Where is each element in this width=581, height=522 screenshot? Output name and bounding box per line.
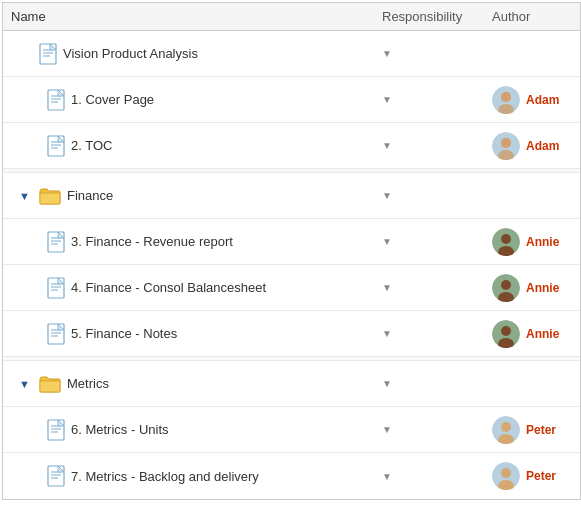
responsibility-chevron-finance-consol[interactable]: ▼ <box>382 283 392 293</box>
row-label-toc: 2. TOC <box>71 138 382 153</box>
svg-rect-39 <box>48 324 64 344</box>
row-name-vision-product-analysis: Vision Product Analysis <box>11 43 382 65</box>
svg-point-61 <box>501 468 511 478</box>
avatar-finance-notes <box>492 320 520 348</box>
row-name-metrics-backlog: 7. Metrics - Backlog and delivery <box>11 465 382 487</box>
doc-icon-metrics-units <box>47 419 65 441</box>
row-label-finance: Finance <box>67 188 382 203</box>
row-metrics: ▼ Metrics▼ <box>3 361 580 407</box>
header-responsibility: Responsibility <box>382 9 492 24</box>
author-name-finance-consol: Annie <box>526 281 559 295</box>
svg-point-53 <box>501 422 511 432</box>
row-finance-consol: 4. Finance - Consol Balancesheet▼ Annie <box>3 265 580 311</box>
responsibility-metrics-units: ▼ <box>382 425 492 435</box>
responsibility-chevron-metrics-backlog[interactable]: ▼ <box>382 471 392 481</box>
author-cell-cover-page: Adam <box>492 86 572 114</box>
row-label-cover-page: 1. Cover Page <box>71 92 382 107</box>
row-name-finance-notes: 5. Finance - Notes <box>11 323 382 345</box>
author-name-finance-revenue: Annie <box>526 235 559 249</box>
doc-icon-toc <box>47 135 65 157</box>
row-name-finance: ▼ Finance <box>11 187 382 205</box>
row-cover-page: 1. Cover Page▼ Adam <box>3 77 580 123</box>
responsibility-chevron-metrics[interactable]: ▼ <box>382 379 392 389</box>
row-label-metrics-backlog: 7. Metrics - Backlog and delivery <box>71 469 382 484</box>
author-name-metrics-units: Peter <box>526 423 556 437</box>
author-name-cover-page: Adam <box>526 93 559 107</box>
svg-point-37 <box>501 280 511 290</box>
responsibility-toc: ▼ <box>382 141 492 151</box>
responsibility-chevron-metrics-units[interactable]: ▼ <box>382 425 392 435</box>
responsibility-finance: ▼ <box>382 191 492 201</box>
doc-icon-finance-consol <box>47 277 65 299</box>
avatar-finance-consol <box>492 274 520 302</box>
doc-icon-cover-page <box>47 89 65 111</box>
svg-rect-5 <box>48 90 64 110</box>
responsibility-chevron-finance[interactable]: ▼ <box>382 191 392 201</box>
author-cell-metrics-backlog: Peter <box>492 462 572 490</box>
row-metrics-backlog: 7. Metrics - Backlog and delivery▼ Peter <box>3 453 580 499</box>
svg-rect-31 <box>48 278 64 298</box>
main-table: Name Responsibility Author Vision Produc… <box>2 2 581 500</box>
responsibility-finance-notes: ▼ <box>382 329 492 339</box>
author-cell-toc: Adam <box>492 132 572 160</box>
svg-point-13 <box>501 92 511 102</box>
author-name-metrics-backlog: Peter <box>526 469 556 483</box>
responsibility-chevron-vision-product-analysis[interactable]: ▼ <box>382 49 392 59</box>
row-finance-notes: 5. Finance - Notes▼ Annie <box>3 311 580 357</box>
folder-icon-metrics <box>39 375 61 393</box>
row-name-toc: 2. TOC <box>11 135 382 157</box>
author-name-toc: Adam <box>526 139 559 153</box>
responsibility-chevron-finance-revenue[interactable]: ▼ <box>382 237 392 247</box>
row-name-metrics-units: 6. Metrics - Units <box>11 419 382 441</box>
avatar-toc <box>492 132 520 160</box>
rows-container: Vision Product Analysis▼ 1. Cover Page▼ … <box>3 31 580 499</box>
responsibility-chevron-finance-notes[interactable]: ▼ <box>382 329 392 339</box>
responsibility-metrics-backlog: ▼ <box>382 471 492 481</box>
author-cell-finance-revenue: Annie <box>492 228 572 256</box>
row-name-finance-revenue: 3. Finance - Revenue report <box>11 231 382 253</box>
avatar-cover-page <box>492 86 520 114</box>
svg-point-29 <box>501 234 511 244</box>
author-cell-finance-notes: Annie <box>492 320 572 348</box>
svg-rect-47 <box>48 420 64 440</box>
row-label-finance-revenue: 3. Finance - Revenue report <box>71 234 382 249</box>
responsibility-vision-product-analysis: ▼ <box>382 49 492 59</box>
row-label-vision-product-analysis: Vision Product Analysis <box>63 46 382 61</box>
doc-icon-finance-revenue <box>47 231 65 253</box>
svg-rect-14 <box>48 136 64 156</box>
row-name-cover-page: 1. Cover Page <box>11 89 382 111</box>
avatar-metrics-backlog <box>492 462 520 490</box>
row-label-finance-notes: 5. Finance - Notes <box>71 326 382 341</box>
expand-arrow-finance[interactable]: ▼ <box>19 190 33 202</box>
responsibility-cover-page: ▼ <box>382 95 492 105</box>
responsibility-metrics: ▼ <box>382 379 492 389</box>
responsibility-finance-revenue: ▼ <box>382 237 492 247</box>
doc-icon-vision-product-analysis <box>39 43 57 65</box>
row-toc: 2. TOC▼ Adam <box>3 123 580 169</box>
author-name-finance-notes: Annie <box>526 327 559 341</box>
avatar-metrics-units <box>492 416 520 444</box>
header-name: Name <box>11 9 382 24</box>
responsibility-chevron-toc[interactable]: ▼ <box>382 141 392 151</box>
doc-icon-finance-notes <box>47 323 65 345</box>
expand-arrow-metrics[interactable]: ▼ <box>19 378 33 390</box>
author-cell-finance-consol: Annie <box>492 274 572 302</box>
row-vision-product-analysis: Vision Product Analysis▼ <box>3 31 580 77</box>
row-label-finance-consol: 4. Finance - Consol Balancesheet <box>71 280 382 295</box>
row-name-finance-consol: 4. Finance - Consol Balancesheet <box>11 277 382 299</box>
avatar-finance-revenue <box>492 228 520 256</box>
row-name-metrics: ▼ Metrics <box>11 375 382 393</box>
svg-point-22 <box>501 138 511 148</box>
svg-rect-0 <box>40 44 56 64</box>
responsibility-chevron-cover-page[interactable]: ▼ <box>382 95 392 105</box>
row-label-metrics: Metrics <box>67 376 382 391</box>
folder-icon-finance <box>39 187 61 205</box>
svg-rect-55 <box>48 466 64 486</box>
svg-rect-23 <box>48 232 64 252</box>
row-finance: ▼ Finance▼ <box>3 173 580 219</box>
svg-point-45 <box>501 326 511 336</box>
doc-icon-metrics-backlog <box>47 465 65 487</box>
responsibility-finance-consol: ▼ <box>382 283 492 293</box>
author-cell-metrics-units: Peter <box>492 416 572 444</box>
row-label-metrics-units: 6. Metrics - Units <box>71 422 382 437</box>
